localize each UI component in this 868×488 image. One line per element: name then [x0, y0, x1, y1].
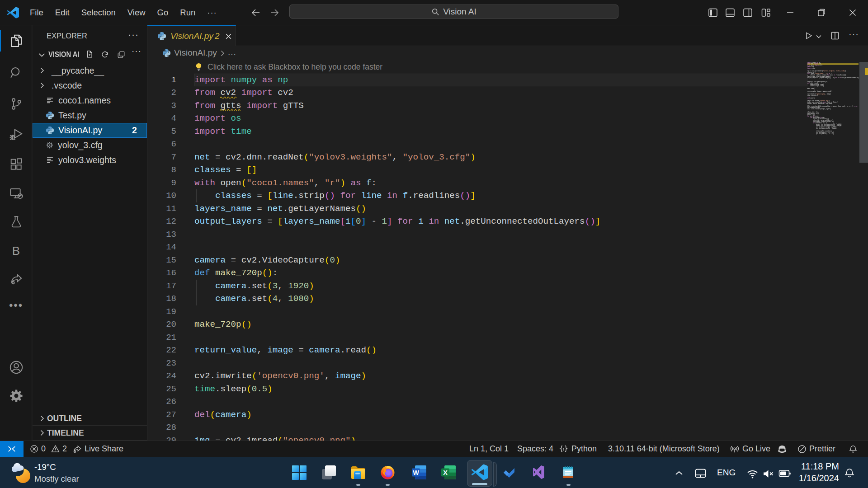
svg-text:X: X	[443, 469, 448, 476]
svg-text:W: W	[413, 469, 419, 476]
